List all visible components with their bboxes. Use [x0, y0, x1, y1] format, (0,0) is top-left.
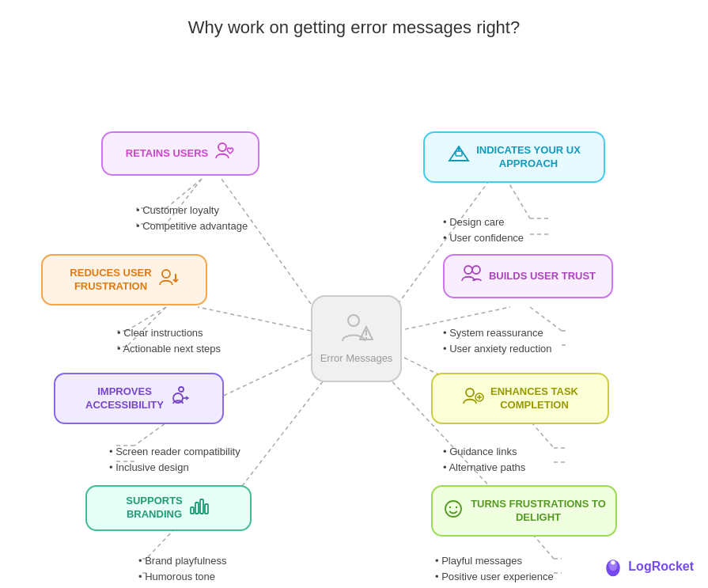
topic-reduces-frustration: REDUCES USERFRUSTRATION	[41, 254, 207, 305]
topic-enhances-task: ENHANCES TASKCOMPLETION	[431, 373, 609, 424]
indicates-ux-label: INDICATES YOUR UXAPPROACH	[476, 144, 581, 171]
builds-trust-label: BUILDS USER TRUST	[489, 270, 596, 283]
svg-point-53	[466, 389, 474, 396]
svg-rect-45	[191, 507, 194, 514]
indicates-ux-bullet-1: • Design care	[443, 216, 505, 228]
svg-point-41	[179, 387, 184, 392]
center-person-icon	[338, 313, 376, 352]
svg-rect-46	[195, 503, 199, 514]
supports-branding-bullet-1: • Brand playfulness	[138, 555, 227, 567]
svg-point-37	[365, 336, 366, 338]
topic-retains-users: RETAINS USERS	[101, 131, 259, 176]
retains-users-bullet-2: • Competitive advantage	[136, 220, 248, 232]
supports-branding-bullet-2: • Humorous tone	[138, 571, 215, 582]
indicates-ux-bullet-2: • User confidence	[443, 232, 524, 244]
svg-point-57	[445, 501, 461, 517]
supports-branding-label: SUPPORTSBRANDING	[126, 495, 183, 522]
turns-frustration-icon	[442, 499, 464, 524]
svg-line-5	[198, 307, 311, 331]
enhances-task-bullet-2: • Alternative paths	[443, 461, 525, 473]
svg-point-58	[449, 506, 451, 507]
topic-improves-accessibility: IMPROVESACCESSIBILITY	[54, 373, 224, 424]
supports-branding-icon	[189, 496, 211, 520]
svg-point-59	[456, 506, 457, 507]
retains-users-icon	[214, 141, 235, 166]
topic-supports-branding: SUPPORTSBRANDING	[85, 485, 252, 531]
reduces-frustration-icon	[158, 267, 179, 293]
indicates-ux-icon	[448, 145, 470, 170]
topic-indicates-ux: INDICATES YOUR UXAPPROACH	[423, 131, 605, 183]
logrocket-name: LogRocket	[628, 560, 694, 574]
improves-accessibility-bullet-2: • Inclusive design	[109, 461, 189, 473]
svg-line-3	[166, 179, 202, 224]
svg-rect-48	[205, 504, 208, 514]
retains-users-bullet-1: • Customer loyalty	[136, 204, 219, 216]
svg-point-38	[218, 143, 226, 151]
center-label: Error Messages	[320, 352, 393, 366]
svg-point-39	[162, 270, 170, 278]
improves-accessibility-bullet-1: • Screen reader compatibility	[109, 446, 240, 457]
reduces-frustration-label: REDUCES USERFRUSTRATION	[70, 267, 151, 294]
builds-trust-bullet-1: • System reassurance	[443, 327, 543, 339]
diagram-area: Error Messages RETAINS USERS • Customer …	[0, 46, 708, 584]
turns-frustration-label: TURNS FRUSTRATIONS TODELIGHT	[471, 498, 606, 525]
center-node: Error Messages	[311, 295, 402, 382]
topic-builds-trust: BUILDS USER TRUST	[443, 254, 613, 298]
improves-accessibility-label: IMPROVESACCESSIBILITY	[85, 385, 164, 412]
svg-line-19	[506, 179, 530, 218]
svg-line-0	[221, 179, 311, 304]
page-title: Why work on getting error messages right…	[0, 0, 708, 46]
builds-trust-icon	[460, 264, 483, 289]
enhances-task-label: ENHANCES TASKCOMPLETION	[490, 385, 578, 412]
reduces-frustration-bullet-2: • Actionable next steps	[117, 343, 221, 355]
svg-rect-50	[456, 151, 462, 156]
svg-point-62	[611, 560, 615, 564]
topic-turns-frustration: TURNS FRUSTRATIONS TODELIGHT	[431, 485, 617, 537]
builds-trust-bullet-2: • User anxiety reduction	[443, 343, 552, 355]
improves-accessibility-icon	[170, 386, 192, 412]
turns-frustration-bullet-1: • Playful messages	[435, 555, 522, 567]
svg-point-52	[472, 266, 480, 274]
svg-rect-47	[200, 499, 203, 514]
reduces-frustration-bullet-1: • Clear instructions	[117, 327, 203, 339]
enhances-task-bullet-1: • Guidance links	[443, 446, 517, 457]
enhances-task-icon	[462, 386, 484, 412]
svg-point-51	[464, 266, 472, 274]
logrocket-brand: LogRocket	[602, 556, 694, 578]
svg-point-34	[348, 315, 359, 326]
retains-users-label: RETAINS USERS	[126, 147, 209, 161]
turns-frustration-bullet-2: • Positive user experience	[435, 571, 554, 582]
